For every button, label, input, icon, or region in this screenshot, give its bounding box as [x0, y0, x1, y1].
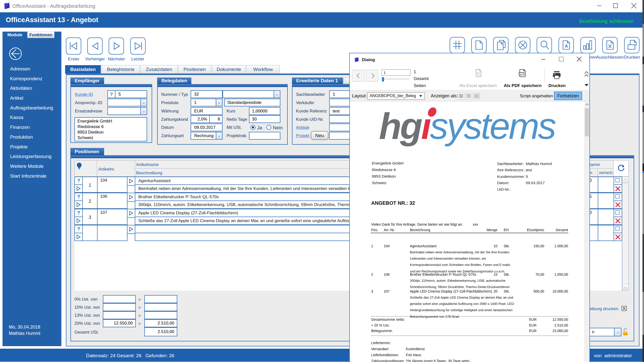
svg-text:A: A [565, 44, 568, 49]
